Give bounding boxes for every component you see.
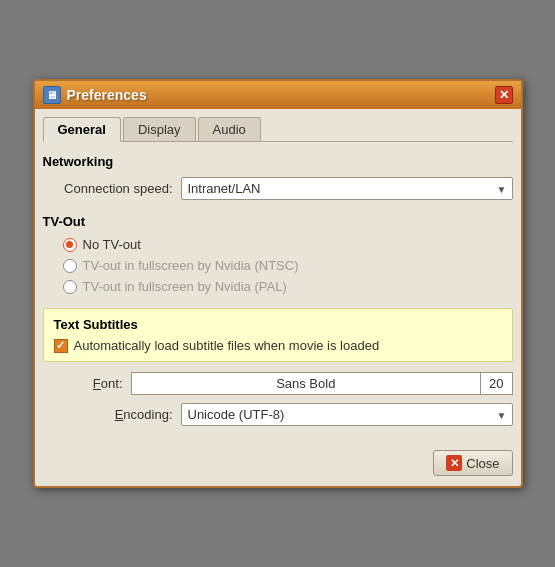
tab-display[interactable]: Display (123, 117, 196, 141)
title-bar: 🖥 Preferences ✕ (35, 81, 521, 109)
connection-speed-row: Connection speed: Intranet/LAN DSL/Cable… (43, 177, 513, 200)
tv-out-option-0[interactable]: No TV-out (63, 237, 513, 252)
font-name-input[interactable] (132, 373, 481, 394)
font-label: Font: (53, 376, 123, 391)
radio-tv-pal (63, 280, 77, 294)
encoding-row: Encoding: Unicode (UTF-8) Western (ISO 8… (43, 403, 513, 426)
networking-title: Networking (43, 154, 513, 169)
font-input-wrapper: 20 (131, 372, 513, 395)
font-label-underline: F (93, 376, 101, 391)
encoding-label: Encoding: (53, 407, 173, 422)
app-icon: 🖥 (43, 86, 61, 104)
text-subtitles-section: Text Subtitles Automatically load subtit… (43, 308, 513, 362)
connection-speed-select[interactable]: Intranet/LAN DSL/Cable Modem 56k Modem 2… (181, 177, 513, 200)
preferences-window: 🖥 Preferences ✕ General Display Audio Ne… (33, 79, 523, 488)
radio-no-tv-out-label: No TV-out (83, 237, 141, 252)
tab-audio[interactable]: Audio (198, 117, 261, 141)
auto-load-label: Automatically load subtitle files when m… (74, 338, 380, 353)
tv-out-section: TV-Out No TV-out TV-out in fullscreen by… (43, 214, 513, 294)
dialog-footer: ✕ Close (35, 442, 521, 486)
tab-general[interactable]: General (43, 117, 121, 142)
font-size: 20 (480, 373, 511, 394)
close-button[interactable]: ✕ Close (433, 450, 512, 476)
radio-no-tv-out[interactable] (63, 238, 77, 252)
connection-speed-label: Connection speed: (53, 181, 173, 196)
tv-out-radio-group: No TV-out TV-out in fullscreen by Nvidia… (43, 237, 513, 294)
radio-tv-pal-label: TV-out in fullscreen by Nvidia (PAL) (83, 279, 287, 294)
connection-speed-wrapper: Intranet/LAN DSL/Cable Modem 56k Modem 2… (181, 177, 513, 200)
subtitle-section-title: Text Subtitles (54, 317, 502, 332)
tv-out-title: TV-Out (43, 214, 513, 229)
window-title: Preferences (67, 87, 147, 103)
tv-out-option-1: TV-out in fullscreen by Nvidia (NTSC) (63, 258, 513, 273)
radio-tv-ntsc (63, 259, 77, 273)
encoding-wrapper: Unicode (UTF-8) Western (ISO 8859-1) Cen… (181, 403, 513, 426)
auto-load-row[interactable]: Automatically load subtitle files when m… (54, 338, 502, 353)
tv-out-option-2: TV-out in fullscreen by Nvidia (PAL) (63, 279, 513, 294)
dialog-content: General Display Audio Networking Connect… (35, 109, 521, 442)
tab-bar: General Display Audio (43, 117, 513, 142)
encoding-underline: E (115, 407, 124, 422)
encoding-select[interactable]: Unicode (UTF-8) Western (ISO 8859-1) Cen… (181, 403, 513, 426)
close-button-label: Close (466, 456, 499, 471)
networking-section: Networking Connection speed: Intranet/LA… (43, 154, 513, 200)
close-button-icon: ✕ (446, 455, 462, 471)
auto-load-checkbox[interactable] (54, 339, 68, 353)
title-bar-left: 🖥 Preferences (43, 86, 147, 104)
radio-tv-ntsc-label: TV-out in fullscreen by Nvidia (NTSC) (83, 258, 299, 273)
title-bar-close-button[interactable]: ✕ (495, 86, 513, 104)
font-row: Font: 20 (43, 372, 513, 395)
